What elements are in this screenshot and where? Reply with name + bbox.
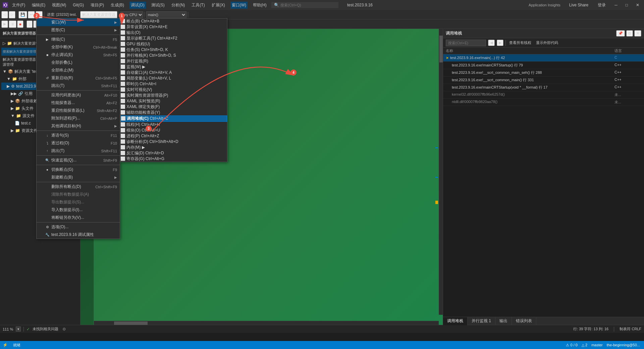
- menu-edit-title[interactable]: 编辑(E): [31, 2, 47, 9]
- editor-scrollbar[interactable]: [439, 29, 443, 315]
- debug-menu-toggle-bp[interactable]: ● 切换断点(G) F9: [37, 166, 120, 173]
- git-user[interactable]: the-beginning@50...: [605, 341, 641, 349]
- window-submenu[interactable]: ⬜ 断点(B) Ctrl+Alt+B ⬜ 异常设置(X) Ctrl+Alt+E …: [120, 18, 227, 162]
- menu-analyze-title[interactable]: 分析(N): [170, 2, 186, 9]
- debug-menu-continue[interactable]: ▶ 继续(C) F5: [37, 36, 120, 43]
- menu-debug-title[interactable]: 调试(D): [129, 2, 146, 9]
- stop-btn[interactable]: ■: [17, 20, 23, 28]
- stack-row-4[interactable]: test.2023.9.16.exe!mainCRTStartup(void *…: [443, 84, 644, 91]
- redo-btn[interactable]: ↪: [36, 11, 43, 18]
- hscrollbar-thumb[interactable]: [114, 321, 148, 325]
- debug-menu-apply-code[interactable]: 应用代码更改(A) Alt+F10: [37, 91, 120, 99]
- debug-menu-restart[interactable]: ↺ 重新启动(R) Ctrl+Shift+F5: [37, 74, 120, 82]
- live-share-btn[interactable]: Live Share: [567, 2, 591, 8]
- zoom-down-btn[interactable]: ▾: [16, 327, 21, 332]
- debug-menu-step-into[interactable]: ↓ 逐语句(S) F11: [37, 132, 120, 139]
- undo-btn[interactable]: ↩: [28, 11, 35, 18]
- win-diagnostic-tools[interactable]: ⬜ 显示诊断工具(T) Ctrl+Alt+F2: [120, 36, 227, 41]
- debug-menu-save-chain[interactable]: 将断链另存为(V)...: [37, 214, 120, 221]
- scrollbar-thumb[interactable]: [439, 36, 443, 62]
- win-parallel-watch[interactable]: ⬜ 并行监视(R): [120, 58, 227, 64]
- save-btn[interactable]: 💾: [18, 11, 27, 18]
- panel-close-btn[interactable]: ✕: [634, 30, 641, 37]
- debug-menu-terminate-all[interactable]: 全部终止(M): [37, 66, 120, 74]
- tab-call-stack[interactable]: 调用堆栈: [443, 317, 468, 325]
- win-immediate[interactable]: ⬜ 即时(I) Ctrl+Alt+I: [120, 81, 227, 87]
- tab-output[interactable]: 输出: [495, 317, 512, 325]
- debug-menu-other-targets[interactable]: 其他调试目标(H) ▶: [37, 122, 120, 130]
- win-breakpoints[interactable]: ⬜ 断点(B) Ctrl+Alt+B: [120, 18, 227, 24]
- menu-git-title[interactable]: Git(G): [71, 2, 85, 8]
- menu-tools-title[interactable]: 工具(T): [190, 2, 206, 9]
- debug-menu-export-tips[interactable]: 导出数据提示(S)...: [37, 198, 120, 206]
- win-autos[interactable]: ⬜ 自动窗口(A) Ctrl+Alt+V, A: [120, 70, 227, 76]
- solution-explorer-btn[interactable]: 解决方案资源管理器: [80, 11, 117, 18]
- win-watch[interactable]: ⬜ 监视(W) ▶: [120, 64, 227, 70]
- win-xaml-preview[interactable]: ⬜ XAML 实时预览(R): [120, 98, 227, 104]
- panel-float-btn[interactable]: ⧉: [626, 30, 633, 37]
- win-modules[interactable]: ⬜ 模块(O) Ctrl+Alt+U: [120, 128, 227, 133]
- startup-select[interactable]: main(): [146, 11, 186, 18]
- debug-menu-import-tips[interactable]: 导入数据提示(I)...: [37, 206, 120, 214]
- debug-menu-delete-all-bp[interactable]: 删除所有断点(D) Ctrl+Shift+F9: [37, 183, 120, 191]
- win-call-stack[interactable]: ⬜ 调用堆栈(C) Ctrl+Alt+C: [120, 115, 227, 122]
- tab-parallel-watch[interactable]: 并行监视 1: [468, 317, 495, 325]
- search-input[interactable]: [280, 3, 334, 7]
- search-next-btn[interactable]: ▶: [497, 40, 503, 46]
- menu-view-title[interactable]: 视图(M): [51, 2, 67, 9]
- debug-menu-step-over[interactable]: ⤵ 逐过程(O) F10: [37, 139, 120, 147]
- win-disassembly[interactable]: ⬜ 反汇编(D) Ctrl+Alt+D: [120, 150, 227, 156]
- win-memory[interactable]: ⬜ 内存(M) ▶: [120, 145, 227, 150]
- menu-test-title[interactable]: 测试(S): [150, 2, 166, 9]
- debug-menu-stepout[interactable]: 跳出(T) Shift+F11: [37, 82, 120, 90]
- view-all-threads-btn[interactable]: 查看所有线程: [508, 40, 533, 46]
- close-btn[interactable]: ✕: [634, 2, 641, 8]
- win-xaml-binding[interactable]: ⬜ XAML 绑定失败(F): [120, 104, 227, 110]
- login-btn[interactable]: 登录: [595, 2, 608, 9]
- win-processes[interactable]: ⬜ 进程(P) Ctrl+Alt+Z: [120, 133, 227, 139]
- stack-search-input[interactable]: [446, 40, 486, 46]
- win-tasks[interactable]: ⬜ 任务(S) Ctrl+Shift+D, K: [120, 47, 227, 53]
- step-over-btn[interactable]: ⤵: [26, 20, 33, 28]
- debug-menu-restart-perf[interactable]: 重启性能探查器(L) Shift+Alt+F2: [37, 107, 120, 114]
- platform-select[interactable]: Any CPU: [120, 11, 143, 18]
- stack-row-2[interactable]: test.2023.9.16.exe!__scrt_common_main_se…: [443, 69, 644, 77]
- debug-dropdown[interactable]: 窗口(W) ▶ 图形(C) ▶ ▶ 继续(C) F5 全部中断(K) Ctrl+…: [36, 18, 120, 239]
- stack-row-1[interactable]: test.2023.9.16.exe!mainCRTStartup() 行 79…: [443, 62, 644, 69]
- win-diag-analysis[interactable]: ⬜ 诊断分析(D) Ctrl+Shift+Alt+D: [120, 139, 227, 145]
- win-locals[interactable]: ⬜ 局部变量(L) Ctrl+Alt+V, L: [120, 76, 227, 81]
- menu-build-title[interactable]: 生成(B): [109, 2, 125, 9]
- debug-menu-graphics[interactable]: 图形(C) ▶: [37, 26, 120, 34]
- debug-menu-new-bp[interactable]: 新建断点(B) ▶: [37, 173, 120, 181]
- debug-menu-collapse[interactable]: 全部折叠(L): [37, 59, 120, 66]
- continue-btn[interactable]: ▶: [1, 20, 8, 28]
- errors-count[interactable]: ⚠ 0 / 0: [565, 341, 579, 349]
- pin-btn[interactable]: 📌: [616, 30, 625, 37]
- stack-row-6[interactable]: ntdll.dll!00007ffb9820aa78() 未...: [443, 99, 644, 106]
- editor-hscrollbar[interactable]: [94, 321, 439, 325]
- debug-menu-options[interactable]: ⚙ 选项(O)...: [37, 223, 120, 231]
- tab-error-list[interactable]: 错误列表: [512, 317, 536, 325]
- status-ready[interactable]: 就绪: [12, 341, 22, 349]
- stack-row-3[interactable]: test.2023.9.16.exe!__scrt_common_main() …: [443, 77, 644, 84]
- minimize-btn[interactable]: ─: [612, 2, 620, 8]
- search-prev-btn[interactable]: ◀: [488, 40, 495, 46]
- win-parallel-stacks[interactable]: ⬜ 并行堆栈(K) Ctrl+Shift+D, S: [120, 53, 227, 58]
- win-exception-settings[interactable]: ⬜ 异常设置(X) Ctrl+Alt+E: [120, 24, 227, 30]
- menu-file-title[interactable]: 文件(F): [11, 2, 26, 9]
- application-insights-btn[interactable]: Application Insights: [527, 2, 562, 8]
- menu-ext-title[interactable]: 扩展(X): [210, 2, 226, 9]
- win-live-prop[interactable]: ⬜ 实时属性资源管理器(P): [120, 93, 227, 98]
- win-live-viz[interactable]: ⬜ 实时可视化(V): [120, 87, 227, 93]
- debug-menu-step-out2[interactable]: ↑ 跳出(T) Shift+F11: [37, 147, 120, 155]
- debug-menu-properties[interactable]: 🔧 test.2023.9.16 调试属性: [37, 231, 120, 239]
- stack-row-0[interactable]: ➤ test.2023.9.16.exe!main(...) 行 42 C: [443, 54, 644, 62]
- menu-help-title[interactable]: 帮助(H): [252, 2, 268, 9]
- debug-menu-perf[interactable]: 性能探查器... Alt+F2: [37, 99, 120, 107]
- show-external-code-btn[interactable]: 显示外部代码: [535, 40, 559, 46]
- debug-menu-quick-watch[interactable]: 🔍 快速监视(Q)... Shift+F9: [37, 156, 120, 164]
- win-output[interactable]: ⬜ 输出(O): [120, 30, 227, 36]
- git-branch[interactable]: master: [590, 341, 604, 349]
- win-registers[interactable]: ⬜ 寄存器(G) Ctrl+Alt+G: [120, 156, 227, 162]
- menu-window-title[interactable]: 窗口(W): [230, 2, 248, 9]
